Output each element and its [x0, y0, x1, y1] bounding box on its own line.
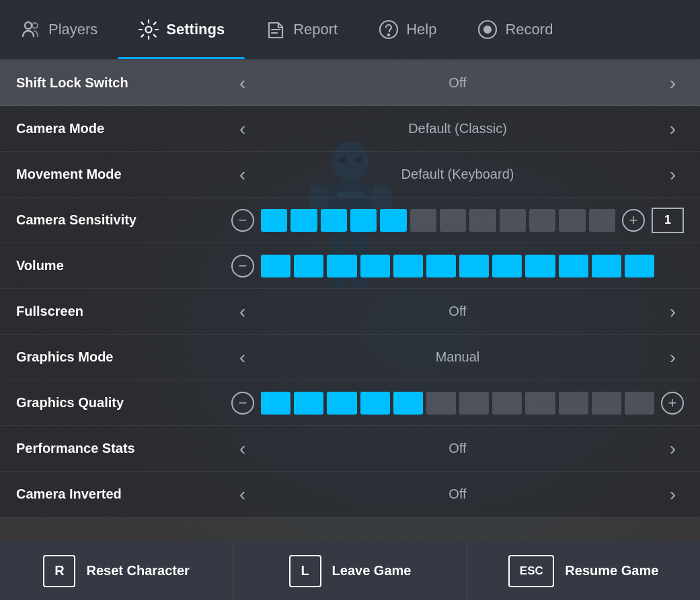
camera-mode-left-btn[interactable]: ‹: [231, 117, 254, 141]
performance-stats-left-btn[interactable]: ‹: [231, 437, 254, 461]
resume-game-button[interactable]: ESC Resume Game: [467, 542, 700, 600]
block: [459, 392, 489, 415]
graphics-mode-control: ‹ Manual ›: [231, 345, 684, 370]
setting-row-camera-inverted: Camera Inverted ‹ Off ›: [0, 472, 700, 517]
block: [426, 255, 456, 277]
setting-row-graphics-mode: Graphics Mode ‹ Manual ›: [0, 335, 700, 380]
bottom-bar: R Reset Character L Leave Game ESC Resum…: [0, 541, 700, 600]
tab-settings-label: Settings: [166, 21, 225, 38]
setting-row-camera-mode: Camera Mode ‹ Default (Classic) ›: [0, 106, 700, 152]
block: [393, 392, 423, 415]
graphics-quality-label: Graphics Quality: [16, 395, 231, 411]
movement-mode-value: Default (Keyboard): [262, 167, 653, 182]
svg-point-8: [484, 26, 491, 33]
svg-point-2: [146, 27, 152, 33]
movement-mode-left-btn[interactable]: ‹: [231, 163, 254, 187]
tab-bar: Players Settings Report He: [0, 0, 700, 60]
shift-lock-right-btn[interactable]: ›: [662, 71, 684, 95]
block: [410, 209, 436, 232]
tab-players[interactable]: Players: [0, 0, 118, 59]
tab-report[interactable]: Report: [245, 0, 358, 59]
camera-sensitivity-label: Camera Sensitivity: [16, 212, 231, 228]
reset-key-badge: R: [43, 555, 75, 587]
block: [559, 209, 585, 232]
block: [459, 255, 489, 277]
movement-mode-label: Movement Mode: [16, 167, 231, 182]
block: [294, 255, 323, 277]
setting-row-performance-stats: Performance Stats ‹ Off ›: [0, 426, 700, 472]
block: [525, 255, 555, 277]
block: [393, 255, 423, 277]
settings-icon: [138, 19, 159, 40]
performance-stats-right-btn[interactable]: ›: [662, 437, 684, 461]
tab-settings[interactable]: Settings: [118, 0, 245, 59]
setting-row-shift-lock: Shift Lock Switch ‹ Off ›: [0, 60, 700, 106]
volume-minus-btn[interactable]: −: [231, 255, 254, 277]
block: [321, 209, 347, 232]
setting-row-movement-mode: Movement Mode ‹ Default (Keyboard) ›: [0, 152, 700, 198]
settings-content: Shift Lock Switch ‹ Off › Camera Mode ‹ …: [0, 60, 700, 541]
setting-row-camera-sensitivity: Camera Sensitivity − +: [0, 198, 700, 243]
performance-stats-label: Performance Stats: [16, 441, 231, 456]
block: [360, 255, 390, 277]
block: [440, 209, 466, 232]
setting-row-volume: Volume − +: [0, 243, 700, 289]
camera-sensitivity-plus-btn[interactable]: +: [622, 209, 645, 232]
report-icon: [265, 19, 286, 40]
fullscreen-control: ‹ Off ›: [231, 300, 684, 324]
reset-character-label: Reset Character: [86, 563, 189, 578]
camera-mode-right-btn[interactable]: ›: [662, 117, 684, 141]
camera-sensitivity-value: 1: [652, 208, 684, 233]
players-icon: [20, 19, 42, 40]
block: [592, 392, 621, 415]
graphics-mode-left-btn[interactable]: ‹: [231, 345, 254, 370]
block: [529, 209, 555, 232]
reset-character-button[interactable]: R Reset Character: [0, 542, 233, 600]
leave-game-button[interactable]: L Leave Game: [233, 542, 467, 600]
tab-players-label: Players: [48, 21, 98, 38]
fullscreen-value: Off: [262, 304, 653, 319]
camera-inverted-label: Camera Inverted: [16, 486, 231, 502]
camera-mode-value: Default (Classic): [262, 121, 653, 136]
camera-inverted-left-btn[interactable]: ‹: [231, 482, 254, 507]
fullscreen-left-btn[interactable]: ‹: [231, 300, 254, 324]
block: [589, 209, 615, 232]
camera-inverted-right-btn[interactable]: ›: [662, 482, 684, 507]
fullscreen-right-btn[interactable]: ›: [662, 300, 684, 324]
block: [261, 209, 287, 232]
graphics-quality-plus-btn[interactable]: +: [661, 392, 684, 415]
block: [492, 392, 522, 415]
record-icon: [477, 19, 498, 40]
camera-mode-label: Camera Mode: [16, 121, 231, 136]
block: [380, 209, 406, 232]
block: [559, 255, 588, 277]
resume-game-label: Resume Game: [565, 563, 658, 578]
block: [500, 209, 526, 232]
leave-key-badge: L: [289, 555, 321, 587]
shift-lock-control: ‹ Off ›: [231, 71, 684, 95]
movement-mode-right-btn[interactable]: ›: [662, 163, 684, 187]
block: [327, 255, 356, 277]
shift-lock-label: Shift Lock Switch: [16, 75, 231, 91]
graphics-quality-track: [261, 392, 654, 415]
tab-help[interactable]: Help: [358, 0, 457, 59]
block: [559, 392, 588, 415]
graphics-quality-minus-btn[interactable]: −: [231, 392, 254, 415]
svg-point-6: [388, 34, 389, 36]
volume-track: [261, 255, 654, 277]
graphics-mode-right-btn[interactable]: ›: [662, 345, 684, 370]
camera-sensitivity-track: [261, 209, 615, 232]
block: [290, 209, 317, 232]
graphics-mode-label: Graphics Mode: [16, 349, 231, 365]
shift-lock-left-btn[interactable]: ‹: [231, 71, 254, 95]
block: [360, 392, 390, 415]
resume-key-badge: ESC: [508, 555, 554, 587]
tab-record[interactable]: Record: [457, 0, 573, 59]
main-container: Players Settings Report He: [0, 0, 700, 600]
block: [469, 209, 496, 232]
camera-sensitivity-minus-btn[interactable]: −: [231, 209, 254, 232]
block: [625, 255, 654, 277]
block: [327, 392, 356, 415]
block: [426, 392, 456, 415]
setting-row-fullscreen: Fullscreen ‹ Off ›: [0, 289, 700, 335]
